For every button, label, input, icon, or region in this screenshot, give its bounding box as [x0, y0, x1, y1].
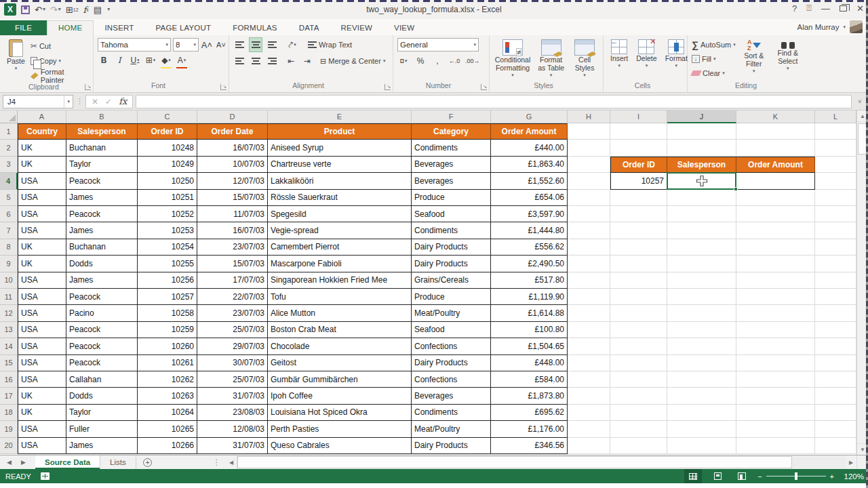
cell-L7[interactable] [815, 222, 856, 239]
cell-H8[interactable] [568, 239, 610, 256]
cell-G8[interactable]: £556.62 [491, 239, 568, 256]
cell-I15[interactable] [610, 355, 667, 371]
cell-F6[interactable]: Seafood [412, 206, 491, 222]
cell-D16[interactable]: 25/07/03 [197, 371, 268, 388]
cell-H19[interactable] [568, 421, 610, 437]
cell-L11[interactable] [815, 289, 856, 305]
column-header-H[interactable]: H [568, 110, 610, 123]
cell-F4[interactable]: Beverages [412, 173, 491, 189]
help-button[interactable]: ? [792, 3, 797, 14]
cell-D20[interactable]: 31/07/03 [197, 438, 268, 454]
tab-view[interactable]: VIEW [383, 21, 425, 35]
cell-J10[interactable] [667, 272, 736, 289]
cell-J5[interactable] [667, 190, 736, 206]
cell-C12[interactable]: 10258 [138, 305, 197, 321]
cell-D14[interactable]: 29/07/03 [197, 338, 268, 354]
sheet-tab-lists[interactable]: Lists [100, 455, 136, 469]
cell-B8[interactable]: Buchanan [66, 239, 138, 256]
cell-K5[interactable] [736, 190, 815, 206]
cell-A2[interactable]: UK [18, 140, 66, 156]
cell-C15[interactable]: 10261 [138, 355, 197, 371]
cell-F15[interactable]: Dairy Products [412, 355, 491, 371]
cell-E1[interactable]: Product [268, 123, 412, 140]
cell-F18[interactable]: Condiments [412, 405, 491, 421]
cell-K17[interactable] [736, 388, 815, 404]
row-header-8[interactable]: 8 [0, 239, 18, 256]
cell-C19[interactable]: 10265 [138, 421, 197, 437]
row-header-13[interactable]: 13 [0, 322, 18, 338]
cell-B20[interactable]: James [66, 438, 138, 454]
cell-J8[interactable] [667, 239, 736, 256]
cell-E20[interactable]: Queso Cabrales [268, 438, 412, 454]
cell-A3[interactable]: UK [18, 157, 66, 173]
format-as-table-button[interactable]: Format as Table▾ [534, 38, 568, 79]
horizontal-scroll-thumb[interactable] [237, 456, 792, 468]
cell-D18[interactable]: 23/08/03 [197, 405, 268, 421]
cell-E5[interactable]: Rössle Sauerkraut [268, 190, 412, 206]
cell-H17[interactable] [568, 388, 610, 404]
cell-E8[interactable]: Camembert Pierrot [268, 239, 412, 256]
horizontal-scrollbar[interactable]: ◀ ▶ [226, 455, 856, 469]
cell-I14[interactable] [610, 338, 667, 354]
minimize-button[interactable]: — [821, 3, 830, 14]
cell-G1[interactable]: Order Amount [491, 123, 568, 140]
select-all-corner[interactable] [0, 110, 18, 123]
save-button[interactable] [21, 5, 30, 14]
cell-E16[interactable]: Gumbär Gummibärchen [268, 371, 412, 388]
cell-G13[interactable]: £100.80 [491, 322, 568, 338]
cell-I12[interactable] [610, 305, 667, 321]
cell-H5[interactable] [568, 190, 610, 206]
fill-color-button[interactable]: ◆▾ [160, 54, 172, 67]
cell-K1[interactable] [736, 123, 815, 140]
cell-J18[interactable] [667, 405, 736, 421]
row-header-7[interactable]: 7 [0, 222, 18, 239]
cell-F3[interactable]: Beverages [412, 157, 491, 173]
alignment-dialog-launcher[interactable]: ↘ [384, 84, 391, 90]
increase-indent-button[interactable]: ⇥ [301, 54, 313, 68]
cell-C14[interactable]: 10260 [138, 338, 197, 354]
cell-B18[interactable]: Taylor [66, 405, 138, 421]
cell-K3[interactable]: Order Amount [736, 157, 815, 173]
paste-button[interactable]: Paste▾ [4, 38, 28, 73]
cell-K20[interactable] [736, 438, 815, 454]
cell-L20[interactable] [815, 438, 856, 454]
row-header-14[interactable]: 14 [0, 338, 18, 354]
cell-D1[interactable]: Order Date [197, 123, 268, 140]
cell-A5[interactable]: USA [18, 190, 66, 206]
custom-qat-button-1[interactable]: ⊞12 [66, 5, 79, 14]
font-size-select[interactable]: 8▾ [173, 38, 199, 52]
cell-I3[interactable]: Order ID [610, 157, 667, 173]
percent-style-button[interactable]: % [414, 54, 427, 68]
cell-H14[interactable] [568, 338, 610, 354]
cell-F2[interactable]: Condiments [412, 140, 491, 156]
cell-K10[interactable] [736, 272, 815, 289]
number-dialog-launcher[interactable]: ↘ [481, 84, 487, 90]
cell-D13[interactable]: 25/07/03 [197, 322, 268, 338]
cell-D3[interactable]: 10/07/03 [197, 157, 268, 173]
undo-button[interactable]: ↶▾ [35, 5, 45, 14]
row-header-6[interactable]: 6 [0, 206, 18, 222]
row-header-18[interactable]: 18 [0, 405, 18, 421]
insert-cells-button[interactable]: Insert▾ [608, 38, 631, 70]
cell-A20[interactable]: USA [18, 438, 66, 454]
cell-C3[interactable]: 10249 [138, 157, 197, 173]
cell-F17[interactable]: Beverages [412, 388, 491, 404]
cell-K6[interactable] [736, 206, 815, 222]
cancel-button[interactable]: ✕ [92, 97, 98, 106]
cell-B13[interactable]: Peacock [66, 322, 138, 338]
close-button[interactable]: ✕ [856, 3, 864, 14]
cell-J16[interactable] [667, 371, 736, 388]
cell-L1[interactable] [815, 123, 856, 140]
clear-button[interactable]: Clear ▾ [692, 66, 736, 80]
cell-F19[interactable]: Meat/Poultry [412, 421, 491, 437]
cell-K14[interactable] [736, 338, 815, 354]
row-header-15[interactable]: 15 [0, 355, 18, 371]
cell-G3[interactable]: £1,863.40 [491, 157, 568, 173]
macro-record-icon[interactable] [41, 472, 50, 480]
insert-function-qat-button[interactable]: fx [83, 5, 89, 14]
row-header-3[interactable]: 3 [0, 157, 18, 173]
cell-F12[interactable]: Meat/Poultry [412, 305, 491, 321]
find-select-button[interactable]: Find & Select▾ [772, 38, 804, 73]
cell-L17[interactable] [815, 388, 856, 404]
middle-align-button[interactable] [250, 38, 262, 52]
